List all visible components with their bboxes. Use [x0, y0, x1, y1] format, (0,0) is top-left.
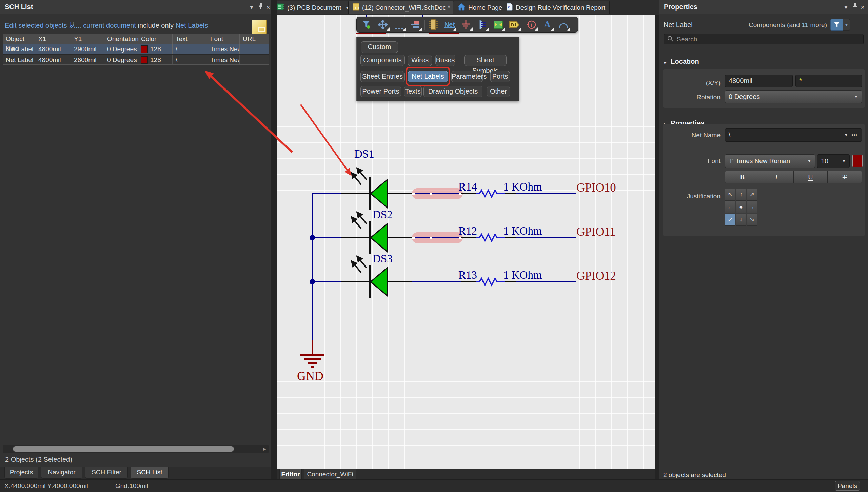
wire[interactable] — [312, 281, 341, 282]
object-kind-link[interactable]: Net Labels — [176, 22, 208, 29]
justify-center[interactable]: ● — [736, 201, 746, 213]
scrollbar-thumb[interactable] — [13, 446, 234, 452]
scroll-right-icon[interactable]: ▶ — [262, 446, 267, 452]
place-power-port-icon[interactable] — [458, 18, 474, 32]
place-sheet-symbol-icon[interactable] — [490, 18, 507, 32]
wire-net-label-segment[interactable] — [412, 237, 461, 238]
led-symbol-DS1[interactable] — [346, 161, 390, 212]
tab-drc-report[interactable]: e Design Rule Verification Report — [502, 1, 610, 14]
rotation-dropdown[interactable]: 0 Degrees ▼ — [725, 90, 862, 103]
right-splitter[interactable] — [655, 15, 659, 479]
close-icon[interactable]: ✕ — [264, 4, 272, 11]
net-name-combo[interactable]: \ ▼ ••• — [725, 128, 862, 142]
note-icon[interactable] — [252, 20, 267, 34]
pin-wire[interactable] — [388, 281, 412, 282]
tab-pcb-document[interactable]: (3) PCB Document ▼ — [273, 1, 353, 14]
strikethrough-button[interactable]: T — [828, 171, 862, 183]
scope-filter-button[interactable]: ▼ — [830, 19, 850, 31]
pin-wire[interactable] — [388, 237, 412, 238]
net-label[interactable]: GPIO11 — [576, 225, 615, 239]
place-no-erc-icon[interactable]: i — [523, 18, 539, 32]
filter-other-button[interactable]: Other — [487, 86, 510, 97]
italic-button[interactable]: I — [760, 171, 794, 183]
net-label[interactable]: GPIO10 — [576, 181, 616, 195]
panels-button[interactable]: Panels — [835, 481, 860, 491]
filter-drawing-objects-button[interactable]: Drawing Objects — [423, 86, 482, 97]
tab-projects[interactable]: Projects — [4, 467, 38, 479]
wire-net-label-segment[interactable] — [412, 193, 461, 194]
resistor-value[interactable]: 1 KOhm — [503, 225, 542, 237]
justify-top[interactable]: ↑ — [736, 189, 746, 201]
gnd-label[interactable]: GND — [297, 369, 323, 383]
component-designator[interactable]: DS3 — [373, 253, 393, 265]
ellipsis-button[interactable]: ••• — [851, 132, 857, 138]
wire[interactable] — [516, 237, 576, 238]
schematic-canvas[interactable]: DS1 R14 1 KOhm GPIO10 DS2 R12 1 KOhm GPI… — [277, 15, 655, 469]
resistor-symbol-R13[interactable] — [476, 277, 505, 287]
filter-power-ports-button[interactable]: Power Ports — [360, 86, 401, 97]
place-net-label-icon[interactable]: Net — [441, 18, 458, 32]
pin-wire[interactable] — [505, 193, 516, 194]
justify-top-left[interactable]: ↖ — [725, 189, 735, 201]
place-part-icon[interactable] — [425, 18, 441, 32]
net-label[interactable]: GPIO12 — [576, 269, 616, 283]
resistor-symbol-R12[interactable] — [476, 233, 505, 242]
search-input[interactable]: Search — [664, 34, 864, 44]
filter-icon[interactable] — [358, 18, 375, 32]
pin-wire[interactable] — [461, 193, 476, 194]
table-row[interactable]: Net Label 4800mil 2600mil 0 Degrees 128 … — [3, 54, 269, 65]
tab-schdoc-document[interactable]: (12) Connector_WiFi.SchDoc * ▼ — [348, 1, 462, 14]
font-size-dropdown[interactable]: 10 ▼ — [817, 154, 850, 168]
underline-button[interactable]: U — [794, 171, 828, 183]
resistor-designator[interactable]: R13 — [458, 269, 477, 281]
filter-sheet-entries-button[interactable]: Sheet Entries — [360, 71, 405, 82]
place-arc-icon[interactable] — [555, 18, 572, 32]
justify-bottom-left[interactable]: ↙ — [725, 214, 735, 226]
resistor-value[interactable]: 1 KOhm — [503, 269, 542, 281]
panel-menu-icon[interactable]: ▼ — [842, 4, 850, 11]
component-designator[interactable]: DS2 — [373, 209, 393, 221]
edit-mode-link[interactable]: Edit selected objects — [5, 22, 67, 29]
resistor-value[interactable]: 1 KOhm — [503, 181, 542, 193]
filter-wires-button[interactable]: Wires — [408, 55, 432, 66]
tab-navigator[interactable]: Navigator — [41, 467, 82, 479]
wire[interactable] — [516, 193, 576, 194]
y-coordinate-field[interactable]: * — [795, 75, 862, 87]
font-family-dropdown[interactable]: T Times New Roman ▼ — [725, 154, 815, 168]
justify-bottom-right[interactable]: ↘ — [747, 214, 757, 226]
table-row[interactable]: Net Label 4800mil 2900mil 0 Degrees 128 … — [3, 44, 269, 54]
left-splitter[interactable] — [271, 0, 277, 479]
wire[interactable] — [412, 281, 461, 282]
filter-parameters-button[interactable]: Parameters — [451, 71, 483, 82]
justify-top-right[interactable]: ↗ — [747, 189, 757, 201]
wire[interactable] — [312, 237, 341, 238]
place-signal-harness-icon[interactable] — [474, 18, 490, 32]
filter-components-button[interactable]: Components — [360, 55, 405, 66]
scope-link[interactable]: current document — [83, 22, 136, 29]
align-icon[interactable] — [407, 18, 423, 32]
pin-wire[interactable] — [505, 281, 516, 282]
filter-texts-button[interactable]: Texts — [404, 86, 422, 97]
pin-wire[interactable] — [388, 193, 412, 194]
place-text-icon[interactable]: A — [539, 18, 555, 32]
wire[interactable] — [312, 193, 341, 194]
select-area-icon[interactable] — [391, 18, 407, 32]
component-designator[interactable]: DS1 — [354, 148, 374, 160]
location-section-header[interactable]: ▲ Location — [663, 58, 699, 65]
filter-sheet-symbols-button[interactable]: Sheet Symbols — [464, 55, 507, 66]
filter-custom-button[interactable]: Custom — [361, 41, 398, 53]
pin-wire[interactable] — [461, 237, 476, 238]
chevron-down-icon[interactable]: ▼ — [844, 133, 848, 137]
tab-sch-list[interactable]: SCH List — [131, 467, 169, 479]
tab-editor[interactable]: Editor — [279, 469, 302, 479]
resistor-designator[interactable]: R12 — [458, 225, 477, 237]
justify-right[interactable]: → — [747, 201, 757, 213]
panel-menu-icon[interactable]: ▼ — [248, 4, 255, 11]
tab-home-page[interactable]: Home Page — [453, 1, 507, 14]
justify-left[interactable]: ← — [725, 201, 735, 213]
move-icon[interactable] — [375, 18, 391, 32]
horizontal-scrollbar[interactable] — [3, 445, 269, 453]
bus-wire[interactable] — [312, 194, 313, 340]
pin-icon[interactable] — [257, 3, 264, 10]
font-color-swatch[interactable] — [852, 155, 863, 167]
